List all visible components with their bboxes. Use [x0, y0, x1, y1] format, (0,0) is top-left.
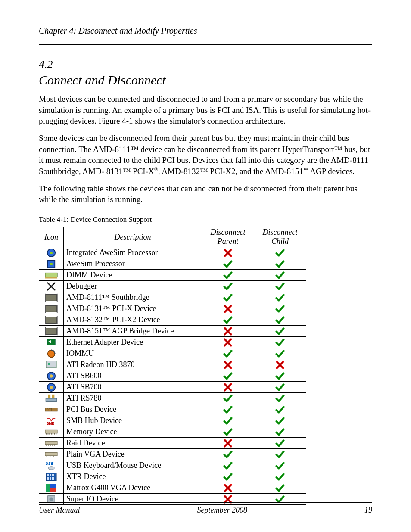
table-row: AweSim Processor	[39, 258, 306, 270]
disconnect-child-cell	[254, 426, 306, 438]
footer-center: September 2008	[197, 506, 247, 515]
disconnect-parent-cell	[202, 382, 254, 393]
disconnect-parent-cell	[202, 303, 254, 314]
usb-icon	[39, 460, 64, 471]
table-row: AMD-8111™ Southbridge	[39, 292, 306, 303]
disconnect-parent-cell	[202, 258, 254, 270]
disconnect-parent-cell	[202, 348, 254, 359]
running-head: Chapter 4: Disconnect and Modify Propert…	[39, 26, 372, 36]
table-row: Matrox G400 VGA Device	[39, 482, 306, 494]
cpu-blue-circle	[39, 247, 64, 258]
device-name: Plain VGA Device	[64, 449, 202, 460]
device-name: SMB Hub Device	[64, 415, 202, 426]
device-name: AMD-8132™ PCI-X2 Device	[64, 314, 202, 326]
disconnect-parent-cell	[202, 247, 254, 258]
table-row: PCI Bus Device	[39, 404, 306, 415]
pci-bus-icon	[39, 404, 64, 415]
ati-sb600-icon	[39, 370, 64, 382]
footer-left: User Manual	[39, 506, 80, 515]
device-name: ATI Radeon HD 3870	[64, 359, 202, 370]
plain-vga-icon	[39, 449, 64, 460]
device-name: Memory Device	[64, 426, 202, 438]
disconnect-parent-cell	[202, 415, 254, 426]
device-connection-table: Icon Description Disconnect Parent Disco…	[39, 227, 306, 505]
raid-icon	[39, 438, 64, 449]
device-name: AMD-8131™ PCI-X Device	[64, 303, 202, 314]
device-name: AweSim Processor	[64, 258, 202, 270]
vga-emerald-icon	[39, 482, 64, 494]
page-footer: User Manual September 2008 19	[39, 499, 372, 515]
disconnect-parent-cell	[202, 281, 254, 292]
table-row: AMD-8132™ PCI-X2 Device	[39, 314, 306, 326]
disconnect-child-cell	[254, 471, 306, 482]
device-name: USB Keyboard/Mouse Device	[64, 460, 202, 471]
disconnect-parent-cell	[202, 449, 254, 460]
disconnect-parent-cell	[202, 359, 254, 370]
table-caption: Table 4-1: Device Connection Support	[39, 215, 372, 224]
disconnect-child-cell	[254, 460, 306, 471]
cpu-green-square	[39, 258, 64, 270]
disconnect-child-cell	[254, 359, 306, 370]
disconnect-parent-cell	[202, 270, 254, 281]
dimm-icon	[39, 270, 64, 281]
debugger-icon	[39, 281, 64, 292]
disconnect-child-cell	[254, 258, 306, 270]
disconnect-child-cell	[254, 337, 306, 348]
disconnect-child-cell	[254, 438, 306, 449]
disconnect-child-cell	[254, 370, 306, 382]
disconnect-parent-cell	[202, 404, 254, 415]
disconnect-child-cell	[254, 281, 306, 292]
amd-8151-icon	[39, 326, 64, 337]
iommu-icon	[39, 348, 64, 359]
table-row: AMD-8151™ AGP Bridge Device	[39, 326, 306, 337]
smb-icon	[39, 415, 64, 426]
para1-text-a: Most devices can be connected and discon…	[39, 94, 371, 125]
section-number: 4.2	[39, 58, 372, 71]
device-name: Integrated AweSim Processor	[64, 247, 202, 258]
disconnect-child-cell	[254, 393, 306, 404]
disconnect-child-cell	[254, 270, 306, 281]
device-name: IOMMU	[64, 348, 202, 359]
table-row: Integrated AweSim Processor	[39, 247, 306, 258]
table-row: Raid Device	[39, 438, 306, 449]
col-disconnect-parent: Disconnect Parent	[202, 227, 254, 247]
device-name: XTR Device	[64, 471, 202, 482]
disconnect-parent-cell	[202, 292, 254, 303]
disconnect-parent-cell	[202, 337, 254, 348]
paragraph-1: Most devices can be connected and discon…	[39, 93, 372, 127]
table-row: ATI SB600	[39, 370, 306, 382]
disconnect-child-cell	[254, 382, 306, 393]
device-name: Raid Device	[64, 438, 202, 449]
disconnect-parent-cell	[202, 326, 254, 337]
device-name: Matrox G400 VGA Device	[64, 482, 202, 494]
para2-text-e: AGP devices.	[310, 167, 355, 176]
footer-right: 19	[364, 506, 372, 515]
table-row: AMD-8131™ PCI-X Device	[39, 303, 306, 314]
disconnect-parent-cell	[202, 460, 254, 471]
para1-text-c: connection architecture.	[207, 116, 286, 125]
disconnect-child-cell	[254, 326, 306, 337]
para2-text-c: PCI-X	[133, 167, 154, 176]
paragraph-3: The following table shows the devices th…	[39, 183, 372, 205]
amd-8131-icon	[39, 303, 64, 314]
table-row: ATI RS780	[39, 393, 306, 404]
table-row: Ethernet Adapter Device	[39, 337, 306, 348]
amd-8132-icon	[39, 314, 64, 326]
table-header-row: Icon Description Disconnect Parent Disco…	[39, 227, 306, 247]
col-disconnect-child: Disconnect Child	[254, 227, 306, 247]
memory-device-icon	[39, 426, 64, 438]
header-rule	[39, 44, 372, 45]
disconnect-parent-cell	[202, 438, 254, 449]
table-row: Memory Device	[39, 426, 306, 438]
device-name: ATI RS780	[64, 393, 202, 404]
device-name: ATI SB700	[64, 382, 202, 393]
disconnect-child-cell	[254, 247, 306, 258]
disconnect-parent-cell	[202, 482, 254, 494]
table-row: ATI SB700	[39, 382, 306, 393]
ati-rs780-icon	[39, 393, 64, 404]
para1-text-b: the simulator's	[157, 116, 205, 125]
ati-sb700-icon	[39, 382, 64, 393]
para2-text-d: , AMD-8132™ PCI-X2, and the AMD-8151	[158, 167, 303, 176]
device-name: DIMM Device	[64, 270, 202, 281]
device-name: AMD-8151™ AGP Bridge Device	[64, 326, 202, 337]
